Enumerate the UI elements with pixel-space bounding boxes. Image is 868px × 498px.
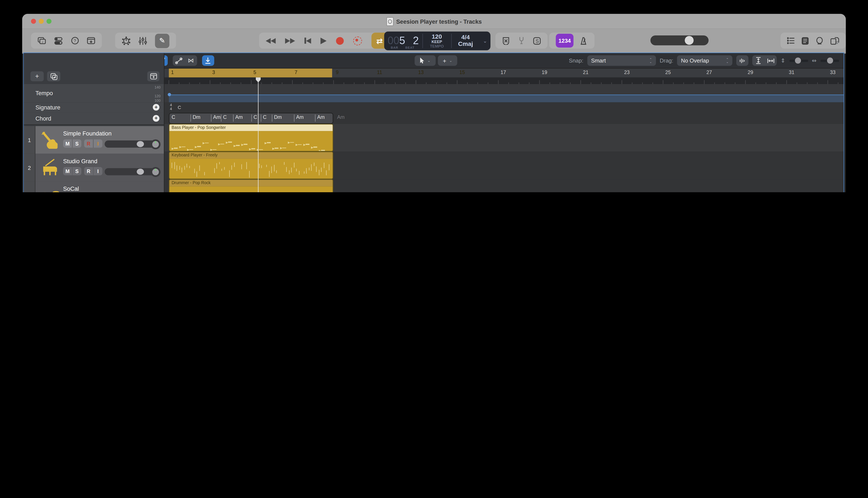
chord-item[interactable]: Am [315, 115, 325, 122]
chord-item[interactable]: Am [233, 115, 243, 122]
chord-item[interactable]: Am [335, 115, 345, 122]
signature-lane-header[interactable]: Signature + [24, 102, 164, 113]
note-pads-icon[interactable] [802, 37, 809, 44]
master-volume-slider[interactable] [650, 36, 709, 45]
metronome-icon[interactable] [578, 36, 588, 45]
track-pan-knob[interactable] [151, 139, 161, 149]
play-button[interactable] [320, 37, 326, 44]
solo-button[interactable]: S [72, 139, 81, 148]
track-volume-slider[interactable] [105, 140, 155, 148]
tempo-scale-values: 140120100 [154, 85, 161, 102]
horizontal-zoom-slider[interactable] [820, 60, 839, 62]
chord-item[interactable]: C [261, 115, 267, 122]
browsers-icon[interactable]: ♫ [830, 37, 839, 44]
timeline: 13579111315171921232527293133 44 C CDmAm… [164, 68, 844, 192]
track-number: 1 [24, 126, 35, 154]
drag-select[interactable]: No Overlap⌃⌄ [677, 55, 732, 66]
add-chord-icon[interactable]: + [153, 115, 159, 122]
horizontal-auto-zoom-button[interactable] [765, 55, 777, 66]
track-lane[interactable]: Bass Player - Pop Songwriter [164, 124, 844, 152]
capture-recording-button[interactable] [353, 36, 361, 45]
rewind-button[interactable] [266, 38, 276, 43]
loop-browser-icon[interactable] [815, 37, 824, 44]
waveform-zoom-button[interactable] [737, 55, 749, 66]
tempo-lane[interactable] [164, 84, 844, 103]
tempo-lane-header[interactable]: Tempo 140120100 [24, 84, 164, 103]
ruler-bar-number: 27 [706, 70, 712, 75]
catch-playhead-button[interactable] [202, 55, 214, 66]
bar-ruler[interactable]: 13579111315171921232527293133 [164, 68, 844, 78]
volume-knob[interactable] [685, 36, 693, 44]
library-icon[interactable]: ♪ [38, 37, 46, 44]
add-signature-icon[interactable]: + [153, 104, 159, 110]
forward-button[interactable] [285, 38, 295, 43]
midi-region[interactable]: Bass Player - Pop Songwriter [169, 124, 333, 152]
smart-controls-icon[interactable] [122, 36, 130, 45]
input-monitor-button[interactable]: I [93, 167, 102, 175]
stop-go-to-beginning-button[interactable] [304, 38, 311, 44]
mute-button[interactable]: M [63, 167, 72, 175]
mute-button[interactable]: M [63, 139, 72, 148]
record-enable-button[interactable]: R [84, 139, 93, 148]
track-name[interactable]: SoCal [63, 185, 79, 192]
ruler-bar-number: 33 [830, 70, 835, 75]
punch-icon[interactable] [502, 37, 510, 44]
editors-button[interactable]: ✎ [155, 34, 169, 48]
chord-item[interactable]: C [221, 115, 227, 122]
chord-region[interactable]: CDmAmCAmCCDmAmAmAm [169, 113, 333, 124]
track-header[interactable]: 1 Simple Foundation MS RI [24, 126, 164, 154]
midi-region[interactable]: Keyboard Player - Freely [169, 152, 333, 179]
signature-lane[interactable]: 44 C [164, 102, 844, 113]
cycle-range[interactable] [169, 68, 332, 77]
chord-lane[interactable]: CDmAmCAmCCDmAmAmAm [164, 112, 844, 124]
chord-item[interactable]: C [170, 115, 175, 122]
chord-item[interactable]: Dm [272, 115, 282, 122]
lcd-keep-label: KEEP [430, 40, 444, 44]
chord-item[interactable]: Am [294, 115, 304, 122]
track-lane[interactable]: Keyboard Player - Freely [164, 152, 844, 180]
command-click-tool-menu[interactable]: +⌄ [438, 55, 458, 66]
mixer-icon[interactable] [138, 36, 147, 45]
lcd-display[interactable]: 005 2 BAR BEAT 120 KEEP TEMPO 4/4 Cmaj ⌄ [384, 31, 490, 50]
solo-icon[interactable]: S [533, 37, 541, 44]
tuner-icon[interactable] [518, 37, 525, 45]
playhead[interactable] [258, 77, 259, 192]
track-name[interactable]: Simple Foundation [63, 130, 112, 136]
ruler-bar-number: 15 [459, 70, 465, 75]
tempo-curve[interactable] [169, 94, 843, 102]
track-header[interactable]: 3 SoCal MS RI [24, 181, 164, 192]
chord-item[interactable]: Am [211, 115, 220, 122]
toggles-icon[interactable] [54, 37, 63, 44]
automation-button[interactable] [173, 55, 185, 66]
vertical-zoom-slider[interactable] [789, 60, 808, 62]
record-button[interactable] [336, 37, 343, 44]
lcd-options-chevron[interactable]: ⌄ [480, 31, 490, 50]
input-monitor-button[interactable]: I [93, 139, 102, 148]
ruler-bar-number: 5 [254, 70, 256, 75]
chord-lane-header[interactable]: Chord + [24, 112, 164, 125]
track-pan-knob[interactable] [151, 167, 161, 177]
chord-item[interactable]: Dm [191, 115, 201, 122]
midi-region[interactable]: Drummer - Pop Rock [169, 179, 333, 192]
lcd-tempo-label: TEMPO [430, 44, 444, 48]
flex-button[interactable]: ⋈ [185, 55, 197, 66]
duplicate-track-button[interactable] [47, 71, 60, 81]
vertical-auto-zoom-button[interactable] [752, 55, 765, 66]
track-volume-slider[interactable] [105, 168, 155, 175]
snap-select[interactable]: Smart⌃⌄ [587, 55, 656, 66]
left-click-tool-menu[interactable]: ⌄ [414, 55, 435, 66]
track-header[interactable]: 2 Studio Grand MS RI [24, 154, 164, 182]
solo-button[interactable]: S [72, 167, 81, 175]
record-enable-button[interactable]: R [84, 167, 93, 175]
inspector-icon[interactable] [87, 37, 95, 44]
lcd-beat-value: 2 [413, 35, 419, 47]
count-in-button[interactable]: 1234 [556, 34, 573, 48]
quick-help-icon[interactable]: ? [71, 37, 79, 45]
track-name[interactable]: Studio Grand [63, 158, 97, 164]
list-editors-icon[interactable] [787, 37, 795, 44]
add-track-button[interactable]: + [30, 71, 44, 81]
hide-groups-button[interactable] [147, 71, 159, 81]
chord-item[interactable]: C [251, 115, 257, 122]
ruler-bar-number: 25 [665, 70, 671, 75]
track-lane[interactable]: Drummer - Pop Rock [164, 179, 844, 192]
